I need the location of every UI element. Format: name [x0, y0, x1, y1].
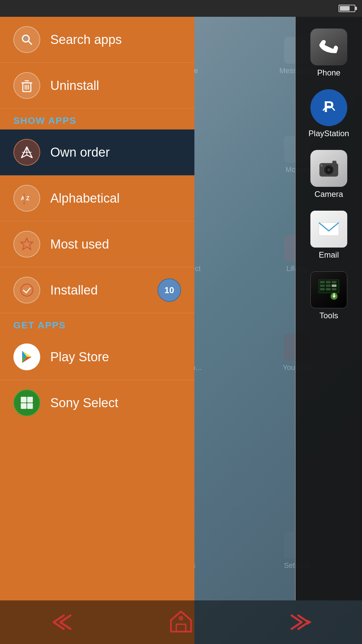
- uninstall-item[interactable]: Uninstall: [0, 63, 194, 109]
- app-drawer: Search apps Uninstall SHOW APPS Own o: [0, 17, 194, 644]
- uninstall-label: Uninstall: [50, 78, 99, 93]
- play-store-item[interactable]: Play Store: [0, 334, 194, 380]
- svg-marker-51: [307, 620, 312, 625]
- svg-point-50: [179, 616, 183, 621]
- sony-select-icon-circle: [13, 389, 40, 416]
- most-used-icon-circle: [13, 231, 40, 258]
- svg-rect-46: [334, 293, 335, 296]
- most-used-label: Most used: [50, 237, 109, 252]
- svg-marker-47: [171, 611, 191, 632]
- installed-icon-circle: [13, 277, 40, 304]
- home-button[interactable]: [168, 609, 194, 636]
- search-icon: [19, 32, 34, 47]
- back-button[interactable]: [47, 612, 74, 632]
- dock-email[interactable]: Email: [299, 206, 359, 265]
- check-download-icon: [19, 283, 34, 298]
- own-order-item[interactable]: Own order: [0, 129, 194, 175]
- play-store-label: Play Store: [50, 350, 109, 364]
- battery-fill: [340, 6, 350, 11]
- email-label: Email: [319, 250, 339, 260]
- forward-icon: [288, 612, 315, 632]
- own-order-label: Own order: [50, 145, 110, 160]
- svg-rect-30: [333, 161, 337, 164]
- most-used-item[interactable]: Most used: [0, 221, 194, 267]
- play-store-icon-circle: [13, 343, 40, 370]
- svg-rect-24: [27, 403, 33, 409]
- camera-label: Camera: [314, 190, 343, 199]
- playstation-label: PlayStation: [308, 129, 349, 138]
- svg-point-31: [320, 164, 323, 167]
- home-icon: [168, 609, 194, 636]
- phone-app-icon: [310, 29, 347, 65]
- svg-rect-38: [320, 284, 325, 287]
- show-apps-header: SHOW APPS: [0, 109, 194, 129]
- dock-playstation[interactable]: P PlayStation: [299, 84, 359, 143]
- svg-rect-41: [320, 288, 325, 290]
- playstation-app-icon: P: [310, 89, 347, 126]
- status-bar: [0, 0, 362, 17]
- svg-rect-23: [21, 403, 26, 409]
- svg-rect-40: [332, 284, 337, 287]
- svg-line-1: [28, 41, 32, 44]
- svg-rect-35: [320, 281, 325, 283]
- search-apps-icon-circle: [13, 26, 40, 53]
- sony-select-item[interactable]: Sony Select: [0, 380, 194, 426]
- dock-camera[interactable]: Camera: [299, 145, 359, 204]
- playstore-icon: [19, 350, 34, 364]
- bottom-nav-bar: [0, 600, 362, 644]
- battery-indicator: [339, 5, 355, 12]
- svg-marker-15: [21, 238, 33, 250]
- svg-rect-21: [21, 397, 26, 402]
- phone-label: Phone: [317, 68, 340, 77]
- az-icon: A Z: [19, 191, 34, 206]
- plane-icon: [19, 145, 34, 160]
- svg-rect-39: [326, 284, 330, 287]
- email-app-icon: [310, 211, 347, 248]
- svg-rect-37: [332, 281, 337, 283]
- svg-text:P: P: [324, 98, 334, 115]
- svg-text:Z: Z: [26, 196, 29, 201]
- installed-label: Installed: [50, 283, 98, 298]
- svg-point-2: [24, 37, 27, 40]
- forward-button[interactable]: [288, 612, 315, 632]
- dock-tools[interactable]: Tools: [299, 266, 359, 325]
- trash-icon: [19, 78, 34, 93]
- svg-rect-36: [326, 281, 330, 283]
- tools-label: Tools: [319, 311, 338, 320]
- alphabetical-item[interactable]: A Z Alphabetical: [0, 175, 194, 221]
- own-order-icon-circle: [13, 139, 40, 166]
- tools-icon: [317, 278, 341, 302]
- alphabetical-label: Alphabetical: [50, 191, 120, 206]
- installed-badge: 10: [158, 278, 181, 302]
- camera-icon: [317, 157, 341, 180]
- svg-rect-49: [176, 624, 186, 632]
- uninstall-icon-circle: [13, 72, 40, 99]
- playstation-icon: P: [317, 96, 341, 119]
- get-apps-header: GET APPS: [0, 313, 194, 334]
- dock-panel: Phone P PlayStation Camera: [295, 17, 362, 600]
- search-apps-label: Search apps: [50, 33, 122, 47]
- svg-rect-22: [27, 397, 33, 402]
- sony-select-label: Sony Select: [50, 396, 118, 410]
- installed-item[interactable]: Installed 10: [0, 267, 194, 313]
- svg-marker-14: [23, 203, 25, 205]
- search-apps-item[interactable]: Search apps: [0, 17, 194, 63]
- svg-point-29: [327, 168, 331, 172]
- svg-point-16: [21, 284, 33, 296]
- alphabetical-icon-circle: A Z: [13, 185, 40, 212]
- svg-rect-43: [332, 288, 337, 290]
- back-icon: [47, 612, 74, 632]
- svg-rect-42: [326, 288, 330, 290]
- email-icon: [317, 217, 341, 241]
- sonyselect-icon: [19, 395, 34, 410]
- phone-icon: [315, 34, 342, 60]
- tools-app-icon: [310, 271, 347, 308]
- star-icon: [19, 237, 34, 252]
- camera-app-icon: [310, 150, 347, 187]
- dock-phone[interactable]: Phone: [299, 23, 359, 83]
